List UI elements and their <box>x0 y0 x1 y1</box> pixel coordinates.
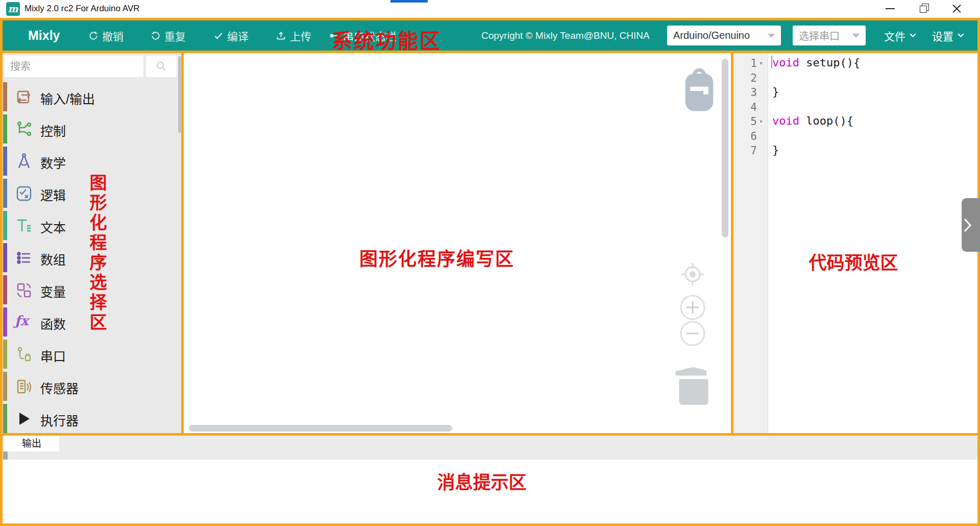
output-tab-strip <box>3 436 977 451</box>
code-text: setup(){ <box>799 56 860 69</box>
redo-icon <box>151 31 161 41</box>
serial-plug-icon <box>15 345 33 364</box>
category-label: 数学 <box>40 153 66 172</box>
category-color-bar <box>3 275 7 304</box>
output-scrollbar-thumb[interactable] <box>3 451 8 460</box>
line-number: 7 <box>733 145 757 157</box>
category-color-bar <box>3 82 7 111</box>
line-number: 1 <box>733 57 757 69</box>
category-color-bar <box>3 211 7 240</box>
sidebar-item-variable[interactable]: 变量 <box>3 274 180 306</box>
sidebar-item-sensor[interactable]: 传感器 <box>3 370 180 402</box>
line-number: 4 <box>733 101 757 113</box>
category-label: 变量 <box>40 282 66 300</box>
chevron-down-icon <box>909 33 917 38</box>
category-color-bar <box>3 340 7 369</box>
brand-label[interactable]: Mixly <box>28 20 60 51</box>
sidebar-item-array[interactable]: 数组 <box>3 242 180 274</box>
code-text: loop(){ <box>799 114 853 127</box>
code-keyword: void <box>772 56 799 69</box>
fold-arrow-icon[interactable]: ▾ <box>759 117 763 125</box>
category-color-bar <box>3 179 7 208</box>
check-icon <box>213 31 224 41</box>
undo-label: 撤销 <box>102 28 124 43</box>
chevron-down-icon <box>852 34 860 38</box>
line-number: 3 <box>733 86 757 99</box>
code-keyword: void <box>772 114 799 127</box>
sidebar-item-control[interactable]: 控制 <box>3 113 180 145</box>
undo-icon <box>88 31 99 41</box>
sidebar-item-actuator[interactable]: 执行器 <box>3 402 180 435</box>
backpack-icon[interactable] <box>682 68 716 116</box>
category-color-bar <box>3 114 7 144</box>
category-color-bar <box>3 307 7 337</box>
sidebar-item-logic[interactable]: 逻辑 <box>3 177 180 209</box>
mixly-window: m Mixly 2.0 rc2 For Arduino AVR Mixly 撤销… <box>0 0 980 526</box>
sidebar-item-function[interactable]: ƒx 函数 <box>3 306 180 338</box>
category-label: 文本 <box>40 218 66 236</box>
sidebar-item-serial[interactable]: 串口 <box>3 338 180 370</box>
port-select-value: 选择串口 <box>799 28 840 43</box>
port-select[interactable]: 选择串口 <box>793 26 866 45</box>
serial-status-button[interactable]: 串口状态栏 <box>329 20 397 51</box>
output-scrollbar-track <box>3 451 977 460</box>
serial-icon <box>329 31 339 41</box>
logic-icon <box>15 184 33 203</box>
sidebar-item-io[interactable]: 输入/输出 <box>3 81 180 113</box>
zoom-out-button[interactable] <box>679 320 706 349</box>
upload-icon <box>276 30 286 41</box>
line-number: 2 <box>733 72 757 84</box>
sidebar-item-text[interactable]: 文本 <box>3 209 180 242</box>
category-label: 函数 <box>40 314 66 332</box>
category-label: 串口 <box>40 346 66 365</box>
zoom-in-button[interactable] <box>679 294 706 323</box>
search-button[interactable] <box>146 56 177 77</box>
fold-arrow-icon[interactable]: ▾ <box>759 59 763 67</box>
category-color-bar <box>3 147 7 176</box>
chevron-down-icon <box>957 33 965 38</box>
function-fx-icon: ƒx <box>15 313 33 331</box>
mixly-logo-icon: m <box>6 2 20 16</box>
restore-button[interactable] <box>912 0 936 17</box>
category-label: 执行器 <box>40 411 79 429</box>
file-menu[interactable]: 文件 <box>884 20 917 51</box>
minimize-button[interactable] <box>879 0 902 17</box>
io-icon <box>15 88 33 106</box>
redo-button[interactable]: 重复 <box>151 20 186 51</box>
line-number: 6 <box>733 130 757 142</box>
titlebar: m Mixly 2.0 rc2 For Arduino AVR <box>0 0 980 18</box>
compile-label: 编译 <box>227 28 249 43</box>
chevron-down-icon <box>768 34 775 38</box>
window-title: Mixly 2.0 rc2 For Arduino AVR <box>24 4 140 14</box>
tab-output[interactable]: 输出 <box>4 436 59 451</box>
compile-button[interactable]: 编译 <box>213 20 249 51</box>
search-input[interactable] <box>4 56 143 77</box>
upload-button[interactable]: 上传 <box>276 20 311 51</box>
category-label: 逻辑 <box>40 185 66 204</box>
settings-menu-label: 设置 <box>932 28 953 43</box>
board-select[interactable]: Arduino/Genuino <box>667 26 781 45</box>
math-compass-icon <box>15 152 33 171</box>
sensor-icon <box>15 377 33 396</box>
copyright-text: Copyright © Mixly Team@BNU, CHINA <box>481 20 650 51</box>
board-select-value: Arduino/Genuino <box>673 30 750 41</box>
undo-button[interactable]: 撤销 <box>88 20 124 51</box>
array-list-icon <box>15 249 33 267</box>
canvas-vertical-scrollbar[interactable] <box>722 59 728 237</box>
code-panel-collapse-handle[interactable] <box>962 198 980 252</box>
actuator-play-icon <box>15 410 33 428</box>
category-label: 传感器 <box>40 378 79 397</box>
chevron-right-icon <box>962 217 974 234</box>
text-cursor <box>771 56 772 68</box>
category-label: 数组 <box>40 250 66 268</box>
category-color-bar <box>3 243 7 272</box>
settings-menu[interactable]: 设置 <box>932 20 965 51</box>
line-number: 5 <box>733 115 757 128</box>
sidebar-item-math[interactable]: 数学 <box>3 145 180 177</box>
top-blue-bar <box>390 0 428 3</box>
category-label: 输入/输出 <box>40 89 95 107</box>
canvas-horizontal-scrollbar[interactable] <box>189 425 452 432</box>
center-view-button[interactable] <box>680 262 705 289</box>
close-button[interactable] <box>945 0 969 17</box>
trash-icon[interactable] <box>673 364 715 409</box>
